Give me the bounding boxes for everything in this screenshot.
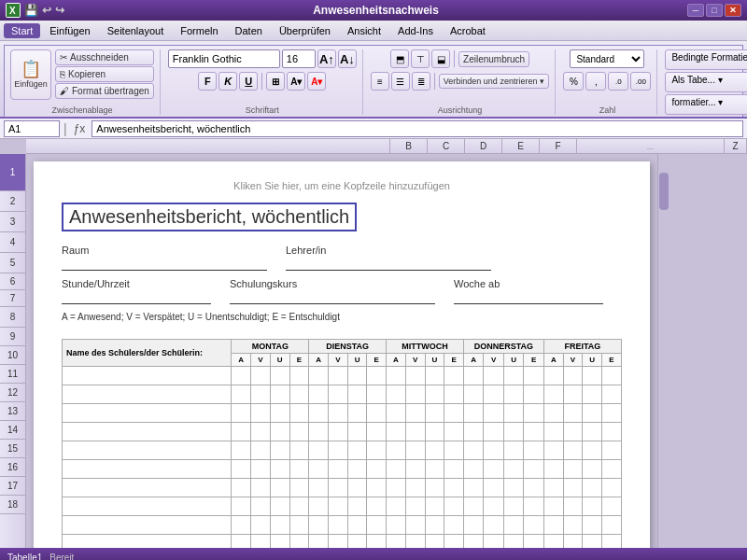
- attendance-cell[interactable]: [484, 535, 503, 549]
- attendance-cell[interactable]: [232, 423, 251, 441]
- attendance-cell[interactable]: [464, 497, 484, 516]
- row-header-11[interactable]: 11: [0, 365, 25, 384]
- align-top-right[interactable]: ⬓: [431, 49, 450, 68]
- attendance-cell[interactable]: [387, 423, 406, 441]
- attendance-cell[interactable]: [289, 460, 309, 479]
- student-name-cell[interactable]: [63, 516, 232, 535]
- stunde-line[interactable]: [62, 291, 211, 304]
- attendance-cell[interactable]: [444, 367, 464, 385]
- attendance-cell[interactable]: [503, 423, 523, 441]
- student-name-cell[interactable]: [63, 404, 232, 423]
- attendance-cell[interactable]: [232, 460, 251, 479]
- attendance-cell[interactable]: [563, 367, 583, 385]
- attendance-cell[interactable]: [444, 497, 464, 516]
- function-wizard-button[interactable]: ƒx: [71, 122, 89, 135]
- attendance-cell[interactable]: [232, 385, 251, 404]
- attendance-cell[interactable]: [405, 404, 425, 423]
- align-center[interactable]: ☰: [391, 72, 410, 91]
- attendance-cell[interactable]: [503, 516, 523, 535]
- table-row[interactable]: [63, 460, 622, 479]
- attendance-cell[interactable]: [270, 460, 289, 479]
- attendance-cell[interactable]: [251, 385, 271, 404]
- attendance-cell[interactable]: [602, 385, 622, 404]
- fill-color-button[interactable]: A▾: [287, 72, 305, 91]
- attendance-cell[interactable]: [543, 535, 563, 549]
- attendance-cell[interactable]: [425, 460, 444, 479]
- attendance-cell[interactable]: [484, 516, 503, 535]
- menu-addins[interactable]: Add-Ins: [390, 23, 441, 38]
- attendance-cell[interactable]: [563, 423, 583, 441]
- attendance-cell[interactable]: [503, 497, 523, 516]
- attendance-cell[interactable]: [563, 460, 583, 479]
- attendance-cell[interactable]: [524, 441, 544, 460]
- attendance-cell[interactable]: [583, 460, 602, 479]
- attendance-cell[interactable]: [484, 441, 503, 460]
- attendance-cell[interactable]: [484, 460, 503, 479]
- attendance-cell[interactable]: [524, 367, 544, 385]
- attendance-cell[interactable]: [309, 460, 329, 479]
- attendance-cell[interactable]: [309, 423, 329, 441]
- menu-seitenlayout[interactable]: Seitenlayout: [100, 23, 172, 38]
- col-header-f[interactable]: F: [540, 139, 577, 153]
- attendance-cell[interactable]: [543, 423, 563, 441]
- attendance-cell[interactable]: [289, 516, 309, 535]
- table-row[interactable]: [63, 479, 622, 497]
- menu-formeln[interactable]: Formeln: [173, 23, 225, 38]
- attendance-cell[interactable]: [444, 441, 464, 460]
- bold-button[interactable]: F: [198, 72, 217, 91]
- attendance-cell[interactable]: [347, 441, 367, 460]
- menu-ueberpruefen[interactable]: Überprüfen: [272, 23, 338, 38]
- maximize-button[interactable]: □: [706, 4, 723, 17]
- student-name-cell[interactable]: [63, 423, 232, 441]
- row-header-4[interactable]: 4: [0, 232, 25, 253]
- formula-input[interactable]: [92, 120, 743, 137]
- attendance-cell[interactable]: [583, 535, 602, 549]
- attendance-cell[interactable]: [232, 516, 251, 535]
- attendance-cell[interactable]: [232, 441, 251, 460]
- attendance-cell[interactable]: [524, 385, 544, 404]
- attendance-cell[interactable]: [563, 385, 583, 404]
- attendance-cell[interactable]: [484, 404, 503, 423]
- col-header-c[interactable]: C: [428, 139, 465, 153]
- attendance-cell[interactable]: [444, 479, 464, 497]
- align-top-center[interactable]: ⊤: [411, 49, 430, 68]
- attendance-cell[interactable]: [387, 516, 406, 535]
- close-button[interactable]: ✕: [725, 4, 741, 17]
- attendance-cell[interactable]: [270, 497, 289, 516]
- attendance-cell[interactable]: [425, 479, 444, 497]
- attendance-cell[interactable]: [583, 423, 602, 441]
- table-row[interactable]: [63, 404, 622, 423]
- table-row[interactable]: [63, 497, 622, 516]
- attendance-cell[interactable]: [583, 497, 602, 516]
- quick-access-undo[interactable]: ↩: [42, 4, 51, 17]
- schulung-line[interactable]: [230, 291, 435, 304]
- attendance-cell[interactable]: [543, 497, 563, 516]
- number-format-select[interactable]: Standard: [570, 49, 644, 68]
- attendance-cell[interactable]: [425, 497, 444, 516]
- attendance-cell[interactable]: [367, 479, 387, 497]
- attendance-cell[interactable]: [367, 367, 387, 385]
- attendance-cell[interactable]: [347, 497, 367, 516]
- attendance-cell[interactable]: [425, 423, 444, 441]
- table-row[interactable]: [63, 535, 622, 549]
- attendance-cell[interactable]: [444, 423, 464, 441]
- attendance-cell[interactable]: [309, 367, 329, 385]
- attendance-cell[interactable]: [387, 535, 406, 549]
- attendance-cell[interactable]: [425, 516, 444, 535]
- attendance-cell[interactable]: [251, 479, 271, 497]
- attendance-cell[interactable]: [387, 479, 406, 497]
- attendance-cell[interactable]: [289, 479, 309, 497]
- student-name-cell[interactable]: [63, 535, 232, 549]
- font-name-input[interactable]: [168, 49, 280, 68]
- attendance-cell[interactable]: [251, 404, 271, 423]
- window-controls[interactable]: ─ □ ✕: [687, 4, 741, 17]
- attendance-cell[interactable]: [464, 460, 484, 479]
- attendance-cell[interactable]: [543, 404, 563, 423]
- attendance-cell[interactable]: [405, 479, 425, 497]
- attendance-cell[interactable]: [464, 423, 484, 441]
- attendance-cell[interactable]: [405, 516, 425, 535]
- attendance-cell[interactable]: [289, 497, 309, 516]
- attendance-cell[interactable]: [387, 367, 406, 385]
- decimal-dec-button[interactable]: .00: [630, 72, 651, 91]
- sheet-tab[interactable]: Tabelle1: [7, 553, 42, 561]
